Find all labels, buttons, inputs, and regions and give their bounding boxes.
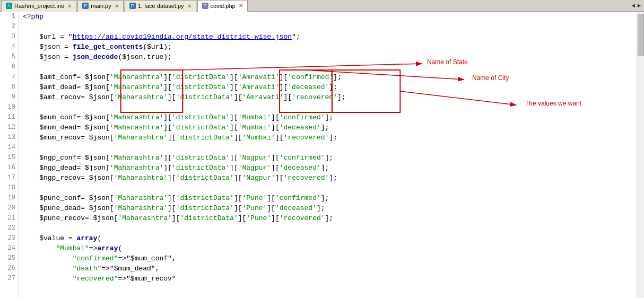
line-num-24: 24 — [0, 243, 15, 253]
annotation-state-label: Name of State — [427, 58, 468, 66]
line-num-27: 27 — [0, 274, 15, 284]
line-num-2: 2 — [0, 22, 15, 32]
code-line-24: "Mumbai"=>array( — [23, 243, 637, 253]
tab-nav-arrows: ◄ ► — [631, 3, 642, 9]
tab-scroll-left[interactable]: ◄ — [631, 3, 637, 9]
code-line-8: $amt_dead= $json['Maharashtra']['distric… — [23, 82, 637, 92]
line-num-15: 15 — [0, 153, 15, 163]
code-line-20: $pune_dead= $json['Maharashtra']['distri… — [23, 203, 637, 213]
line-num-7: 7 — [0, 72, 15, 82]
code-line-26: "death"=>"$mum_dead", — [23, 264, 637, 274]
url-link[interactable]: https://api.covid19india.org/state_distr… — [73, 33, 292, 41]
code-line-6 — [23, 62, 637, 72]
line-num-18: 18 — [0, 183, 15, 193]
line-num-26: 26 — [0, 264, 15, 274]
code-line-3: $url = "https://api.covid19india.org/sta… — [23, 32, 637, 42]
python-icon-face: P — [129, 3, 136, 9]
annotation-city-label: Name of City — [472, 74, 509, 82]
tabs-container: A Rashmi_project.ino ✕ P main.py ✕ P 1. … — [1, 0, 249, 12]
php-icon: P — [202, 3, 208, 9]
tab-main-close[interactable]: ✕ — [115, 3, 119, 9]
code-line-23: $value = array( — [23, 233, 637, 243]
code-line-12: $mum_dead= $json['Maharashtra']['distric… — [23, 122, 637, 133]
line-num-6: 6 — [0, 62, 15, 72]
line-num-21: 21 — [0, 213, 15, 223]
line-num-5: 5 — [0, 52, 15, 62]
tab-main-label: main.py — [91, 3, 111, 9]
line-num-4: 4 — [0, 42, 15, 52]
code-line-13: $mum_recov= $json['Maharashtra']['distri… — [23, 133, 637, 143]
line-num-13: 13 — [0, 133, 15, 143]
line-num-17: 17 — [0, 173, 15, 183]
line-num-22: 22 — [0, 223, 15, 233]
code-line-14 — [23, 143, 637, 153]
tab-bar: A Rashmi_project.ino ✕ P main.py ✕ P 1. … — [0, 0, 644, 12]
scrollbar[interactable] — [637, 12, 644, 298]
tab-main[interactable]: P main.py ✕ — [77, 0, 124, 12]
code-line-7: $amt_conf= $json['Maharashtra']['distric… — [23, 72, 637, 82]
tab-rashmi-label: Rashmi_project.ino — [14, 3, 64, 9]
scrollbar-thumb[interactable] — [638, 14, 644, 56]
tab-face-close[interactable]: ✕ — [187, 3, 192, 9]
tab-rashmi-close[interactable]: ✕ — [67, 3, 72, 9]
line-num-14: 14 — [0, 143, 15, 153]
python-icon-main: P — [82, 3, 89, 9]
code-line-4: $json = file_get_contents($url); — [23, 42, 637, 52]
code-line-2 — [23, 22, 637, 32]
line-num-25: 25 — [0, 253, 15, 264]
code-line-22 — [23, 223, 637, 233]
code-line-15: $ngp_conf= $json['Maharashtra']['distric… — [23, 153, 637, 163]
code-line-17: $ngp_recov= $json['Maharashtra']['distri… — [23, 173, 637, 183]
line-num-11: 11 — [0, 112, 15, 122]
code-and-annotations: <?php $url = "https://api.covid19india.o… — [19, 12, 637, 298]
editor-container: 1 2 3 4 5 6 7 8 9 10 11 12 13 14 15 16 1… — [0, 12, 644, 298]
code-line-11: $mum_conf= $json['Maharashtra']['distric… — [23, 112, 637, 122]
code-area[interactable]: <?php $url = "https://api.covid19india.o… — [19, 12, 637, 284]
tab-face[interactable]: P 1. face dataset.py ✕ — [125, 0, 196, 12]
line-num-10: 10 — [0, 102, 15, 112]
line-num-8: 8 — [0, 82, 15, 92]
tab-covid[interactable]: P covid.php ✕ — [197, 0, 248, 12]
line-num-12: 12 — [0, 122, 15, 133]
code-line-21: $pune_recov= $json['Maharashtra']['distr… — [23, 213, 637, 223]
annotation-values-label: The values we want — [525, 100, 581, 107]
tab-face-label: 1. face dataset.py — [138, 3, 184, 9]
line-num-19: 19 — [0, 193, 15, 203]
tab-rashmi[interactable]: A Rashmi_project.ino ✕ — [1, 0, 76, 12]
tab-scroll-right[interactable]: ► — [636, 3, 642, 9]
arduino-icon: A — [6, 3, 12, 9]
line-num-9: 9 — [0, 92, 15, 102]
line-num-3: 3 — [0, 32, 15, 42]
code-line-5: $json = json_decode($json,true); — [23, 52, 637, 62]
code-line-1: <?php — [23, 12, 637, 22]
code-line-16: $ngp_dead= $json['Maharashtra']['distric… — [23, 163, 637, 173]
tab-covid-close[interactable]: ✕ — [239, 3, 243, 8]
code-line-27: "recovered"=>"$mum_recov" — [23, 274, 637, 284]
code-line-25: "confirmed"=>"$mum_conf", — [23, 253, 637, 264]
line-num-23: 23 — [0, 233, 15, 243]
line-num-20: 20 — [0, 203, 15, 213]
line-num-1: 1 — [0, 12, 15, 22]
code-line-19: $pune_conf= $json['Maharashtra']['distri… — [23, 193, 637, 203]
line-num-16: 16 — [0, 163, 15, 173]
code-line-18 — [23, 183, 637, 193]
tab-covid-label: covid.php — [211, 3, 236, 9]
line-numbers: 1 2 3 4 5 6 7 8 9 10 11 12 13 14 15 16 1… — [0, 12, 19, 298]
